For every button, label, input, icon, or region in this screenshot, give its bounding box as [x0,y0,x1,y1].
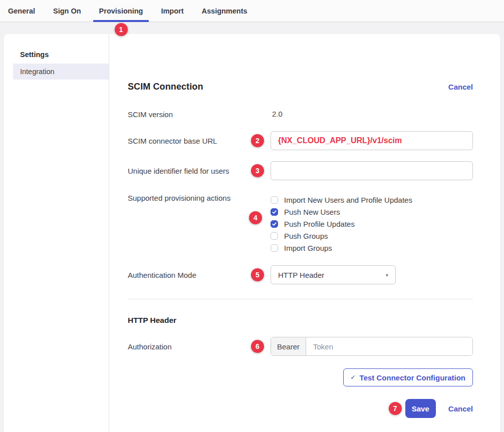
checkbox-checked-icon[interactable] [271,208,278,216]
sidebar-item-integration[interactable]: Integration [13,64,109,80]
test-connector-button[interactable]: ✓ Test Connector Configuration [343,368,473,386]
provisioning-actions-label: Supported provisioning actions [128,194,271,202]
checkbox-checked-icon[interactable] [271,220,278,228]
base-url-label: SCIM connector base URL [128,137,271,145]
checkbox-unchecked-icon[interactable] [271,196,278,204]
chevron-down-icon: ▾ [386,272,388,278]
auth-mode-label: Authentication Mode [128,271,271,279]
authorization-input-group: Bearer [271,337,473,356]
action-option-label: Push Profile Updates [284,220,355,228]
action-option-push-groups[interactable]: Push Groups [271,230,473,242]
bearer-prefix: Bearer [271,337,306,355]
base-url-input[interactable] [271,131,473,150]
section-divider [128,299,473,299]
auth-mode-row: Authentication Mode 5 HTTP Header ▾ [128,265,473,284]
panel-title: SCIM Connection [128,82,203,92]
tab-bar: GeneralSign OnProvisioning1ImportAssignm… [0,0,504,22]
main-panel: SCIM Connection Cancel SCIM version 2.0 … [109,34,500,432]
action-option-push-profile-updates[interactable]: Push Profile Updates [271,218,473,230]
cancel-link-bottom[interactable]: Cancel [448,404,473,413]
action-option-import-groups[interactable]: Import Groups [271,242,473,254]
cancel-link-top[interactable]: Cancel [448,83,473,91]
auth-mode-select[interactable]: HTTP Header ▾ [271,265,396,284]
unique-identifier-input[interactable] [271,161,473,180]
step-badge-authorization: 6 [251,340,264,353]
content-card: Settings Integration SCIM Connection Can… [4,34,500,432]
checkbox-unchecked-icon[interactable] [271,232,278,240]
http-header-section-title: HTTP Header [128,316,473,325]
tab-provisioning[interactable]: Provisioning1 [99,0,143,22]
check-icon: ✓ [351,374,356,380]
tab-assignments[interactable]: Assignments [202,0,247,22]
footer-actions-row: 7 Save Cancel [128,399,473,418]
provisioning-actions-list: Import New Users and Profile UpdatesPush… [271,194,473,254]
tab-sign-on[interactable]: Sign On [53,0,81,22]
action-option-label: Push Groups [284,232,328,240]
test-connector-row: ✓ Test Connector Configuration [128,368,473,386]
tab-general[interactable]: General [8,0,35,22]
sidebar-item-label: Integration [20,68,55,76]
scim-version-label: SCIM version [128,110,271,119]
provisioning-actions-row: Supported provisioning actions 4 Import … [128,194,473,254]
auth-mode-selected-value: HTTP Header [278,271,324,279]
sidebar-heading: Settings [20,51,109,59]
scim-version-row: SCIM version 2.0 [128,110,473,119]
authorization-row: Authorization 6 Bearer [128,337,473,356]
panel-header: SCIM Connection Cancel [128,82,473,92]
scim-version-value: 2.0 [271,110,283,118]
test-connector-label: Test Connector Configuration [360,373,465,382]
step-badge-save: 7 [389,402,402,415]
action-option-label: Import Groups [284,244,332,252]
token-input[interactable] [306,337,472,355]
step-badge-base-url: 2 [251,134,264,147]
sidebar: Settings Integration [4,34,109,432]
step-badge-unique-id: 3 [251,164,264,177]
unique-identifier-row: Unique identifier field for users 3 [128,161,473,180]
action-option-push-new-users[interactable]: Push New Users [271,206,473,218]
base-url-row: SCIM connector base URL 2 [128,131,473,150]
step-badge-provisioning-tab: 1 [115,23,128,36]
checkbox-unchecked-icon[interactable] [271,244,278,252]
action-option-import-new-users-and-profile-updates[interactable]: Import New Users and Profile Updates [271,194,473,206]
step-badge-actions: 4 [249,211,262,224]
action-option-label: Import New Users and Profile Updates [284,196,412,204]
authorization-label: Authorization [128,342,271,351]
unique-identifier-label: Unique identifier field for users [128,167,271,175]
action-option-label: Push New Users [284,208,340,216]
step-badge-auth-mode: 5 [251,268,264,281]
tab-import[interactable]: Import [161,0,183,22]
save-button[interactable]: Save [405,399,436,418]
